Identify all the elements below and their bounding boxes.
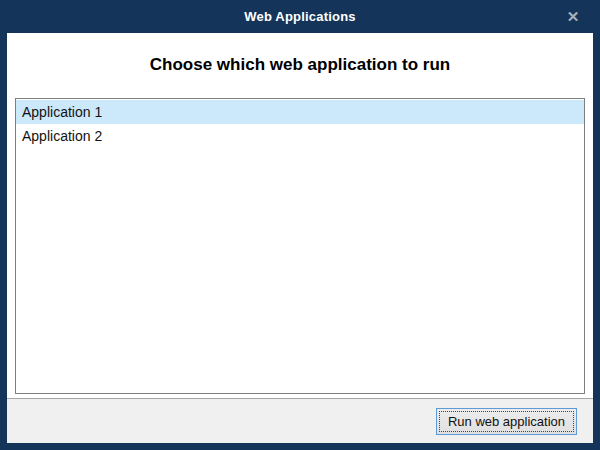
list-item[interactable]: Application 2 bbox=[16, 124, 584, 148]
close-icon: ✕ bbox=[567, 9, 580, 24]
list-item[interactable]: Application 1 bbox=[16, 100, 584, 124]
window-title: Web Applications bbox=[244, 9, 356, 24]
application-list[interactable]: Application 1Application 2 bbox=[15, 98, 585, 394]
footer-bar: Run web application bbox=[7, 398, 593, 443]
dialog-heading: Choose which web application to run bbox=[7, 33, 593, 98]
dialog-window: Web Applications ✕ Choose which web appl… bbox=[0, 0, 600, 450]
dialog-body: Choose which web application to run Appl… bbox=[7, 33, 593, 398]
run-web-application-button[interactable]: Run web application bbox=[436, 408, 577, 435]
titlebar[interactable]: Web Applications ✕ bbox=[0, 0, 600, 33]
close-button[interactable]: ✕ bbox=[560, 0, 586, 33]
